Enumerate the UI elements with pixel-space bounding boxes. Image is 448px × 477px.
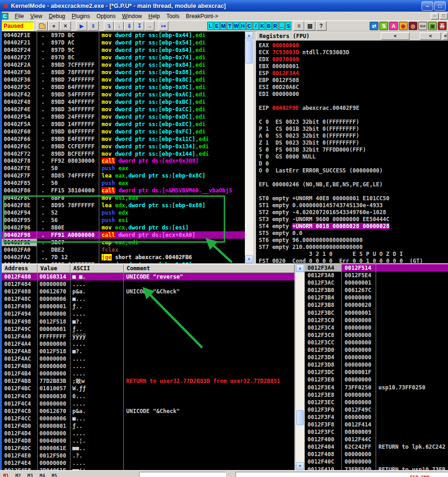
menu-item-view[interactable]: View xyxy=(27,12,45,20)
disasm-row[interactable]: 00402F48.89BD 44FFFFFFmov dword ptr ss:[… xyxy=(2,98,245,106)
scroll-down-icon[interactable]: ▼ xyxy=(296,462,304,470)
dump-row[interactable]: 0012F4E400000000.... xyxy=(2,459,294,467)
stack-row[interactable]: 0012F3D000000000 xyxy=(305,346,448,354)
patches-window-button[interactable]: / xyxy=(253,22,259,30)
scrollbar-thumb[interactable] xyxy=(296,410,304,425)
disasm-row[interactable]: 00402F4E.89BD 34FFFFFFmov dword ptr ss:[… xyxy=(2,106,245,113)
dump-row[interactable]: 0012F4C400000000.... xyxy=(2,400,294,407)
disasm-row[interactable]: 00402F42.89BD 54FFFFFFmov dword ptr ss:[… xyxy=(2,91,245,98)
disasm-row[interactable]: 00402F96.8B0Emov ecx,dword ptr ds:[esi] xyxy=(2,224,245,231)
register-line[interactable]: ECX 7C93003D ntdll.7C93003D xyxy=(259,49,448,56)
status-tab-m4[interactable]: M4 xyxy=(36,473,48,477)
handles-window-button[interactable]: H xyxy=(240,22,246,30)
disasm-row[interactable]: 00402F3C.89BD 64FFFFFFmov dword ptr ss:[… xyxy=(2,83,245,91)
dump-row[interactable]: 0012F4A0FFFFFFFFÿÿÿÿ xyxy=(2,333,294,340)
execute-till-user-code-button[interactable]: ↦ xyxy=(159,21,168,31)
column-header-value[interactable]: Value xyxy=(38,264,70,273)
dump-row[interactable]: 0012F4D800040000..¦. xyxy=(2,437,294,445)
dump-row[interactable]: 0012F4D400000000.... xyxy=(2,430,294,437)
register-line[interactable]: EDI 00000000 xyxy=(259,91,448,98)
stack-row[interactable]: 0012F3F80012F414 xyxy=(305,421,448,428)
disasm-row[interactable]: 00402F95.56push esi xyxy=(2,216,245,224)
stack-row[interactable]: 0012F3C000000000 xyxy=(305,317,448,324)
register-line[interactable]: P 1 CS 001B 32bit 0(FFFFFFFF) xyxy=(259,126,448,133)
register-line[interactable]: A 0 SS 0023 32bit 0(FFFFFFFF) xyxy=(259,133,448,140)
status-tab-m3[interactable]: M3 xyxy=(24,473,36,477)
dump-row[interactable]: 0012F4A400000000.... xyxy=(2,340,294,348)
stack-row[interactable]: 0012F3FC00800009 xyxy=(305,428,448,436)
disasm-row[interactable]: 00402F7E.50push eax xyxy=(2,165,245,172)
call-stack-window-button[interactable]: K xyxy=(259,22,265,30)
open-file-button[interactable] xyxy=(37,21,48,31)
register-line[interactable]: T 0 GS 0000 NULL xyxy=(259,153,448,160)
letter-a-icon[interactable]: A xyxy=(389,22,398,30)
stack-row[interactable]: 0012F3DC0000001F xyxy=(305,369,448,376)
windows-list-button[interactable]: ≡ xyxy=(294,21,304,31)
minimize-button[interactable]: – xyxy=(422,1,433,11)
register-line[interactable]: FST 0020 Cond 0 0 0 0 Err 0 0 1 0 0 0 0 … xyxy=(259,258,448,263)
dump-row[interactable]: 0012F4DC0000061E■■.. xyxy=(2,445,294,452)
animate-over-button[interactable]: ↧ xyxy=(134,21,144,31)
register-line[interactable] xyxy=(259,98,448,105)
dump-row[interactable]: 0012F49000000001ƒ.. xyxy=(2,303,294,310)
status-tab-m2[interactable]: M2 xyxy=(12,473,24,477)
close-program-button[interactable]: × xyxy=(60,21,71,31)
register-line[interactable]: ST0 empty +UNORM 40E8 00000001 E101CC50 xyxy=(259,195,448,202)
menu-item-options[interactable]: Options xyxy=(93,12,119,20)
dump-row[interactable]: 0012F4C800612670p&a.UNICODE "&Check" xyxy=(2,407,294,415)
command-input[interactable] xyxy=(139,472,226,477)
register-line[interactable]: EBP 0012F508 xyxy=(259,77,448,84)
disasm-row[interactable]: 00402F85.50push eax xyxy=(2,179,245,187)
step-over-button[interactable]: ↓ xyxy=(114,21,124,31)
cpu-window-icon[interactable]: C xyxy=(1,13,8,19)
menu-item-help[interactable]: Help xyxy=(145,12,163,20)
disasm-row[interactable]: 00402F78.FF92 08030000call dword ptr ds:… xyxy=(2,157,245,165)
column-header-ascii[interactable]: ASCII xyxy=(70,264,124,273)
dump-scrollbar[interactable]: ▲ ▼ xyxy=(296,264,304,470)
stack-row[interactable]: 0012F3D400000000 xyxy=(305,354,448,361)
register-line[interactable]: Z 1 DS 0023 32bit 0(FFFFFFFF) xyxy=(259,140,448,146)
animate-into-button[interactable]: ⇓ xyxy=(124,21,134,31)
dump-row[interactable]: 0012F4B877D2B83B;敢wRETURN to user32.77D2… xyxy=(2,377,294,385)
spiral-icon[interactable]: ◎ xyxy=(409,22,417,30)
run-trace-window-button[interactable]: ... xyxy=(279,22,285,30)
stack-row[interactable]: 0012F3A80012F5E4 xyxy=(305,272,448,279)
disasm-row[interactable]: 00402F5A.89BD 14FFFFFFmov dword ptr ss:[… xyxy=(2,121,245,128)
disasm-row[interactable]: 00402FA2.,7D 12jge short abexcrac.00402F… xyxy=(2,254,245,261)
dump-row[interactable]: 0012F4B000000000.... xyxy=(2,363,294,370)
stack-row[interactable]: 0012F3BC00000001 xyxy=(305,309,448,317)
scroll-up-icon[interactable]: ▲ xyxy=(296,264,304,272)
stack-row[interactable]: 0012F3B400000000 xyxy=(305,294,448,301)
register-line[interactable]: ST5 empty 0.0 xyxy=(259,230,448,237)
register-line[interactable]: S 0 FS 003B 32bit 7FFDD000(FFF) xyxy=(259,146,448,153)
disasm-row[interactable]: 00402F27.897D 8Cmov dword ptr ss:[ebp-0x… xyxy=(2,54,245,61)
step-into-button[interactable]: ↴ xyxy=(104,21,114,31)
dump-row[interactable]: 0012F48C00000006■... xyxy=(2,295,294,303)
register-line[interactable]: O 0 LastErr ERROR_SUCCESS (00000000) xyxy=(259,167,448,174)
stack-row[interactable]: 0012F3B800000020 xyxy=(305,301,448,309)
collapse-button[interactable]: < xyxy=(443,32,448,40)
dump-row[interactable]: 0012F4A80012F518■?. xyxy=(2,348,294,355)
wu-character-icon[interactable]: 吾 xyxy=(438,22,447,30)
register-line[interactable]: ST7 empty 210.00000000000000000 xyxy=(259,244,448,251)
stack-row[interactable]: 0012F3F00012F49C xyxy=(305,406,448,413)
stack-row[interactable]: 0012F3D800000000 xyxy=(305,361,448,369)
stack-row[interactable]: 0012F3E473FF0250usp10.73FF0250 xyxy=(305,384,448,391)
disasm-row[interactable]: 00402F9E.3BC7cmp eax,edi xyxy=(2,239,245,246)
dump-row[interactable]: 0012F49400000000.... xyxy=(2,310,294,318)
up-down-arrows-icon[interactable]: ⇅ xyxy=(379,22,388,30)
stack-row[interactable]: 0012F3CC00000000 xyxy=(305,339,448,346)
column-header-address[interactable]: Address xyxy=(2,264,38,273)
log-window-button[interactable]: L xyxy=(207,22,213,30)
threads-window-button[interactable]: T xyxy=(227,22,233,30)
disasm-row[interactable]: 00402F72.89BD BCFEFFFFmov dword ptr ss:[… xyxy=(2,150,245,158)
mdi-restore-button[interactable]: □ xyxy=(440,13,448,19)
scrollbar-thumb[interactable] xyxy=(245,40,253,64)
references-window-button[interactable]: R xyxy=(272,22,278,30)
stack-row[interactable]: 0012F3E800000000 xyxy=(305,391,448,399)
column-header-comment[interactable]: Comment xyxy=(124,264,294,273)
mdi-minimize-button[interactable]: – xyxy=(431,13,439,19)
register-line[interactable]: EIP 00402F9E abexcrac.00402F9E xyxy=(259,105,448,112)
dump-row[interactable]: 0012F4E00012F500.?. xyxy=(2,452,294,459)
menu-item-debug[interactable]: Debug xyxy=(45,12,68,20)
